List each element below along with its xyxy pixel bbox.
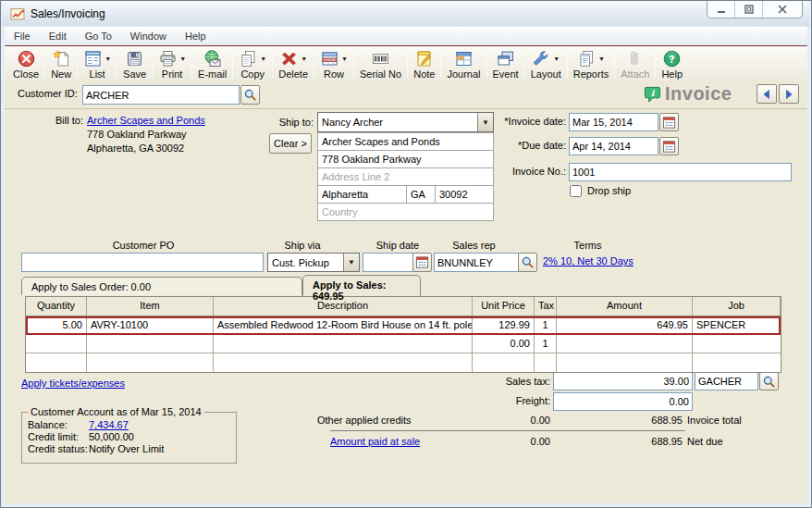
bill-to-customer-link[interactable]: Archer Scapes and Ponds xyxy=(87,115,205,126)
ship-to-address1-field[interactable] xyxy=(317,150,494,168)
cell-item[interactable]: AVRY-10100 xyxy=(87,316,214,335)
cell-description[interactable] xyxy=(214,335,473,353)
ship-via-combo[interactable]: ▼ xyxy=(267,253,360,272)
print-dropdown-arrow-icon[interactable]: ▼ xyxy=(179,56,186,62)
cell-job[interactable] xyxy=(693,353,781,372)
ship-via-dropdown-arrow-icon[interactable]: ▼ xyxy=(343,254,359,271)
ship-to-recipient-input[interactable] xyxy=(318,113,477,131)
cell-item[interactable] xyxy=(87,353,214,372)
cell-quantity[interactable] xyxy=(26,335,87,353)
menu-help[interactable]: Help xyxy=(176,28,215,44)
title-bar[interactable]: Sales/Invoicing xyxy=(2,1,810,26)
cell-description[interactable]: Assembled Redwood 12-Room Bird House on … xyxy=(214,316,473,335)
sales-rep-lookup-button[interactable] xyxy=(518,253,537,272)
cell-quantity[interactable]: 5.00 xyxy=(26,316,87,335)
toolbar-journal-button[interactable]: Journal xyxy=(442,47,485,81)
toolbar-event-button[interactable]: Event xyxy=(488,47,523,81)
restore-button[interactable] xyxy=(735,1,763,18)
line-items-table: QuantityItemDescriptionUnit PriceTaxAmou… xyxy=(25,296,781,373)
toolbar-reports-label: Reports xyxy=(573,68,609,81)
cell-tax[interactable] xyxy=(535,353,557,372)
tab-apply-to-sales-order[interactable]: Apply to Sales Order: 0.00 xyxy=(21,277,302,295)
toolbar-note-button[interactable]: Note xyxy=(409,47,439,81)
layout-dropdown-arrow-icon[interactable]: ▼ xyxy=(553,56,560,62)
amount-paid-at-sale-link[interactable]: Amount paid at sale xyxy=(330,436,420,447)
freight-input[interactable] xyxy=(553,392,693,411)
cell-description[interactable] xyxy=(214,353,473,372)
toolbar-email-button[interactable]: E-mail xyxy=(193,47,231,81)
customer-id-lookup-button[interactable] xyxy=(240,85,260,105)
net-due-label: Net due xyxy=(687,436,723,447)
toolbar-close-button[interactable]: Close xyxy=(8,47,43,81)
cell-job[interactable] xyxy=(693,335,781,353)
invoice-no-input[interactable] xyxy=(569,163,792,181)
copy-dropdown-arrow-icon[interactable]: ▼ xyxy=(260,56,266,62)
menu-file[interactable]: File xyxy=(5,28,40,44)
toolbar-list-button[interactable]: ▼List xyxy=(79,47,116,81)
event-icon xyxy=(496,49,515,68)
cell-unit_price[interactable] xyxy=(473,353,535,372)
cell-unit_price[interactable]: 0.00 xyxy=(473,335,535,353)
cell-job[interactable]: SPENCER xyxy=(693,316,781,335)
ship-date-input[interactable] xyxy=(363,253,413,272)
next-record-button[interactable] xyxy=(779,84,799,104)
invoice-date-calendar-button[interactable] xyxy=(659,113,679,131)
balance-link[interactable]: 7,434.67 xyxy=(89,419,129,430)
sales-rep-input[interactable] xyxy=(434,253,519,272)
toolbar-print-button[interactable]: ▼Print xyxy=(154,47,191,81)
sales-tax-input[interactable] xyxy=(553,372,693,390)
cell-item[interactable] xyxy=(87,335,214,353)
due-date-calendar-button[interactable] xyxy=(659,137,679,155)
toolbar-new-button[interactable]: New xyxy=(46,47,76,81)
reports-dropdown-arrow-icon[interactable]: ▼ xyxy=(598,56,605,62)
customer-id-input[interactable] xyxy=(82,85,240,105)
apply-tickets-link[interactable]: Apply tickets/expenses xyxy=(21,378,125,389)
tab-apply-to-sales[interactable]: Apply to Sales: 649.95 xyxy=(302,275,421,296)
ship-to-city-field[interactable] xyxy=(317,185,407,204)
ship-via-input[interactable] xyxy=(268,254,343,271)
delete-dropdown-arrow-icon[interactable]: ▼ xyxy=(301,56,307,62)
ship-to-state-field[interactable] xyxy=(406,185,436,204)
due-date-input[interactable] xyxy=(569,137,658,155)
invoice-date-input[interactable] xyxy=(569,113,658,131)
ship-to-zip-field[interactable] xyxy=(435,185,494,204)
cell-tax[interactable]: 1 xyxy=(535,316,557,335)
minimize-button[interactable] xyxy=(707,1,735,18)
line-item-row-2[interactable]: 0.001 xyxy=(26,335,781,353)
sales-tax-lookup-button[interactable] xyxy=(759,372,779,390)
toolbar-row-button[interactable]: ▼Row xyxy=(315,47,352,81)
close-window-button[interactable] xyxy=(763,1,802,18)
toolbar-copy-button[interactable]: ▼Copy xyxy=(234,47,271,81)
previous-record-button[interactable] xyxy=(757,84,777,104)
drop-ship-checkbox[interactable] xyxy=(570,185,582,197)
cell-amount[interactable]: 649.95 xyxy=(557,316,693,335)
ship-to-recipient-combo[interactable]: ▼ xyxy=(317,112,494,132)
ship-to-country-field[interactable] xyxy=(317,203,494,221)
line-item-row-1[interactable]: 5.00AVRY-10100Assembled Redwood 12-Room … xyxy=(26,316,781,335)
line-item-row-3[interactable] xyxy=(26,353,781,372)
ship-to-company-field[interactable] xyxy=(317,132,494,151)
toolbar-reports-button[interactable]: ▼Reports xyxy=(569,47,614,81)
row-dropdown-arrow-icon[interactable]: ▼ xyxy=(341,56,348,62)
toolbar-layout-button[interactable]: ▼Layout xyxy=(526,47,566,81)
sales-tax-code-input[interactable] xyxy=(695,372,758,390)
toolbar-help-button[interactable]: ?Help xyxy=(657,47,687,81)
toolbar-save-button[interactable]: Save xyxy=(118,47,151,81)
menu-edit[interactable]: Edit xyxy=(40,28,76,44)
menu-window[interactable]: Window xyxy=(121,28,176,44)
cell-amount[interactable] xyxy=(557,353,693,372)
credit-limit-value: 50,000.00 xyxy=(89,431,134,442)
cell-tax[interactable]: 1 xyxy=(535,335,557,353)
cell-quantity[interactable] xyxy=(26,353,87,372)
toolbar-delete-button[interactable]: ▼Delete xyxy=(274,47,313,81)
cell-unit_price[interactable]: 129.99 xyxy=(473,316,535,335)
list-dropdown-arrow-icon[interactable]: ▼ xyxy=(105,56,111,62)
toolbar-serial-no-button[interactable]: Serial No xyxy=(355,47,406,81)
customer-po-input[interactable] xyxy=(21,253,264,272)
terms-link[interactable]: 2% 10, Net 30 Days xyxy=(543,255,634,266)
ship-date-calendar-button[interactable] xyxy=(412,253,432,272)
menu-go-to[interactable]: Go To xyxy=(76,28,121,44)
cell-amount[interactable] xyxy=(557,335,693,353)
clear-ship-to-button[interactable]: Clear > xyxy=(269,133,312,154)
ship-to-address2-field[interactable] xyxy=(317,167,494,186)
